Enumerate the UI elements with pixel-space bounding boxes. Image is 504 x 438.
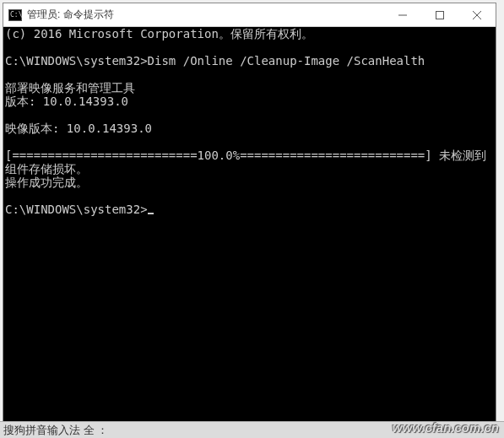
minimize-icon xyxy=(398,11,407,19)
maximize-icon xyxy=(436,11,444,19)
console-window: C:\ 管理员: 命令提示符 (c) 2016 Microsoft Corpor… xyxy=(3,3,496,430)
cursor xyxy=(148,213,154,214)
minimize-button[interactable] xyxy=(384,3,421,26)
window-title: 管理员: 命令提示符 xyxy=(27,8,384,22)
cmd-icon: C:\ xyxy=(8,9,22,21)
svg-rect-1 xyxy=(436,11,444,19)
ime-status-bar: 搜狗拼音输入法 全 ： xyxy=(0,421,504,438)
close-button[interactable] xyxy=(458,3,496,26)
titlebar[interactable]: C:\ 管理员: 命令提示符 xyxy=(3,3,496,27)
console-output[interactable]: (c) 2016 Microsoft Corporation。保留所有权利。 C… xyxy=(3,27,496,430)
window-controls xyxy=(384,3,496,26)
maximize-button[interactable] xyxy=(421,3,458,26)
close-icon xyxy=(473,11,481,19)
